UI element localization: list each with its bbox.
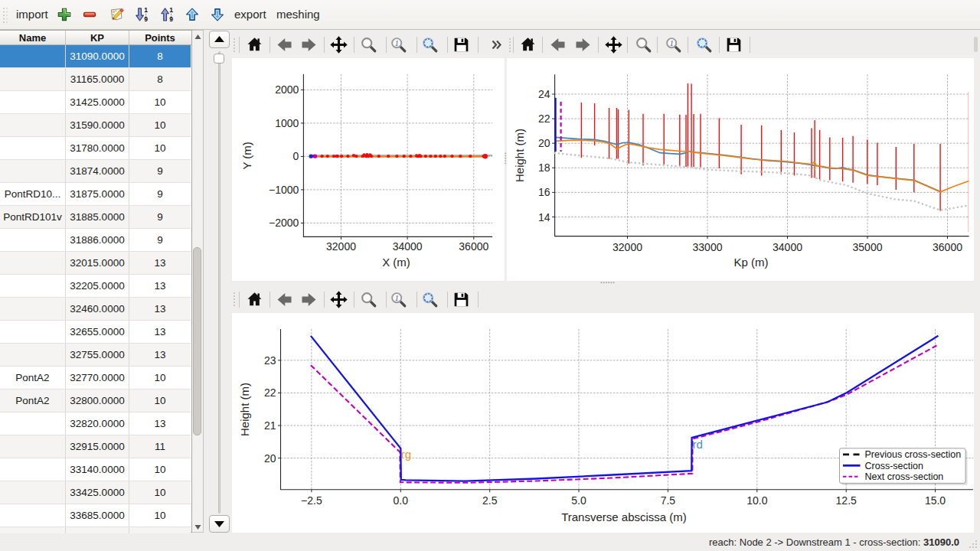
svg-text:34000: 34000 [773,241,802,253]
svg-text:36000: 36000 [459,240,488,253]
svg-text:5.0: 5.0 [571,494,586,507]
svg-text:16: 16 [538,186,550,198]
svg-text:24: 24 [538,88,550,100]
svg-text:Transverse abscissa (m): Transverse abscissa (m) [561,510,687,523]
svg-text:35000: 35000 [853,241,883,253]
svg-text:1000: 1000 [275,117,299,129]
svg-text:Height (m): Height (m) [238,383,251,436]
svg-text:10.0: 10.0 [746,494,767,507]
svg-text:32000: 32000 [326,240,356,253]
svg-text:23: 23 [264,354,276,367]
svg-text:36000: 36000 [933,241,962,253]
svg-text:−2000: −2000 [269,217,299,229]
svg-text:22: 22 [538,112,550,125]
svg-text:33000: 33000 [693,241,723,253]
svg-text:20: 20 [538,137,550,149]
svg-text:Height (m): Height (m) [513,129,526,182]
svg-text:Cross-section: Cross-section [865,461,923,471]
svg-text:X (m): X (m) [382,256,410,269]
svg-text:22: 22 [264,386,276,399]
svg-text:12.5: 12.5 [836,494,857,507]
svg-text:Next cross-section: Next cross-section [865,471,944,482]
svg-text:−1000: −1000 [269,184,299,196]
svg-text:−2.5: −2.5 [301,494,322,507]
svg-text:34000: 34000 [393,240,423,253]
svg-text:14: 14 [538,211,550,223]
svg-text:21: 21 [264,419,276,432]
svg-text:15.0: 15.0 [925,494,946,507]
svg-text:20: 20 [264,452,276,465]
svg-text:0.0: 0.0 [394,494,409,507]
svg-text:rd: rd [693,438,703,451]
svg-text:rg: rg [401,448,411,461]
svg-text:Y (m): Y (m) [240,142,253,169]
svg-text:2000: 2000 [275,83,299,96]
svg-text:Kp (m): Kp (m) [734,256,769,269]
svg-text:Previous cross-section: Previous cross-section [865,449,962,460]
svg-text:32000: 32000 [612,241,642,253]
svg-text:2.5: 2.5 [482,494,498,507]
svg-text:0: 0 [293,150,299,162]
svg-text:7.5: 7.5 [661,494,676,507]
svg-text:18: 18 [538,161,550,174]
